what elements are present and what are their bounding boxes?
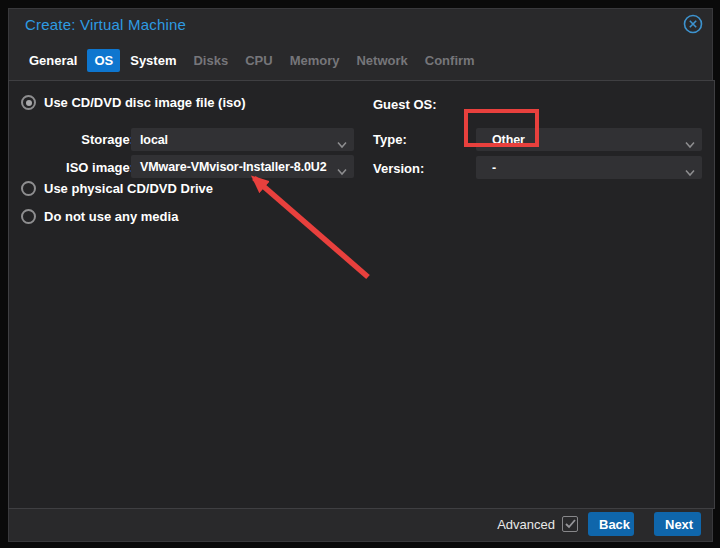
dialog-footer: Advanced Back Next	[9, 507, 712, 541]
chevron-down-icon	[337, 162, 347, 180]
storage-value: local	[140, 133, 168, 147]
iso-image-dropdown[interactable]: VMware-VMvisor-Installer-8.0U2	[131, 155, 354, 178]
os-form-panel: Use CD/DVD disc image file (iso) Storage…	[8, 80, 715, 509]
tab-os[interactable]: OS	[87, 49, 120, 72]
advanced-label: Advanced	[497, 517, 555, 532]
guest-os-version-dropdown[interactable]: -	[476, 156, 702, 179]
radio-use-iso[interactable]: Use CD/DVD disc image file (iso)	[21, 95, 246, 110]
advanced-checkbox[interactable]	[562, 516, 578, 532]
dialog-title: Create: Virtual Machine	[25, 16, 186, 33]
storage-dropdown[interactable]: local	[131, 128, 354, 151]
radio-physical-drive[interactable]: Use physical CD/DVD Drive	[21, 181, 213, 196]
tab-system[interactable]: System	[123, 49, 183, 72]
iso-image-label: ISO image:	[29, 160, 134, 175]
radio-no-media[interactable]: Do not use any media	[21, 209, 178, 224]
back-button[interactable]: Back	[588, 512, 634, 536]
tab-general[interactable]: General	[22, 49, 84, 72]
storage-label: Storage:	[29, 132, 134, 147]
radio-unselected-icon[interactable]	[21, 181, 36, 196]
tab-cpu: CPU	[238, 49, 279, 72]
radio-selected-icon[interactable]	[21, 95, 36, 110]
radio-physical-label: Use physical CD/DVD Drive	[44, 181, 213, 196]
radio-use-iso-label: Use CD/DVD disc image file (iso)	[44, 95, 246, 110]
guest-os-version-value: -	[485, 161, 496, 175]
chevron-down-icon	[685, 163, 695, 181]
next-button[interactable]: Next	[654, 512, 701, 536]
tab-network: Network	[349, 49, 414, 72]
dialog-titlebar: Create: Virtual Machine	[9, 9, 712, 41]
radio-no-media-label: Do not use any media	[44, 209, 178, 224]
tab-memory: Memory	[283, 49, 347, 72]
radio-unselected-icon[interactable]	[21, 209, 36, 224]
close-icon[interactable]	[683, 14, 703, 34]
tab-disks: Disks	[186, 49, 235, 72]
chevron-down-icon	[337, 135, 347, 153]
type-label: Type:	[373, 132, 407, 147]
check-icon	[565, 519, 576, 529]
iso-image-value: VMware-VMvisor-Installer-8.0U2	[140, 160, 327, 174]
guest-os-type-value: Other	[485, 133, 525, 147]
guest-os-heading: Guest OS:	[373, 97, 437, 112]
guest-os-type-dropdown[interactable]: Other	[476, 128, 702, 151]
create-vm-dialog: Create: Virtual Machine General OS Syste…	[8, 8, 713, 542]
wizard-tabs: General OS System Disks CPU Memory Netwo…	[22, 48, 485, 72]
version-label: Version:	[373, 161, 424, 176]
chevron-down-icon	[685, 135, 695, 153]
tab-confirm: Confirm	[418, 49, 482, 72]
